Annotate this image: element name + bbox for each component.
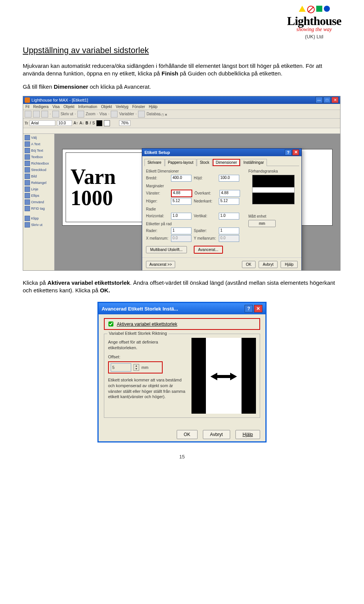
- tool-textbox[interactable]: Textbox: [24, 154, 53, 160]
- offset-input[interactable]: 5: [111, 363, 131, 372]
- adv-hjalp-button[interactable]: Hjälp: [235, 430, 260, 439]
- tb-open-icon[interactable]: [33, 111, 40, 118]
- font-select[interactable]: Arial: [30, 120, 55, 126]
- lbl-overkant: Överkant:: [195, 191, 217, 195]
- adv-help-button[interactable]: ?: [245, 305, 253, 312]
- child-max[interactable]: □: [162, 113, 163, 117]
- tb-skrivut[interactable]: Skriv ut: [61, 112, 73, 116]
- inp-vert[interactable]: 1.0: [219, 213, 239, 220]
- inp-hojd[interactable]: 100.0: [219, 175, 239, 182]
- tool-barcode[interactable]: Streckkod: [24, 167, 53, 173]
- menu-visa[interactable]: Visa: [52, 105, 60, 109]
- lbl-ym: Y mellanrum:: [194, 236, 217, 240]
- tab-dimensioner[interactable]: Dimensioner: [213, 159, 240, 166]
- btn-avancerat[interactable]: Avancerat...: [194, 246, 223, 254]
- adv-avbryt-button[interactable]: Avbryt: [203, 430, 230, 439]
- bold: OK.: [100, 287, 110, 293]
- dialog-close-button[interactable]: ✕: [292, 149, 299, 155]
- strike-icon[interactable]: S: [92, 121, 95, 125]
- tb-var-icon[interactable]: [111, 111, 118, 118]
- tab-papper[interactable]: Pappers-layout: [165, 159, 196, 166]
- tool-rfid[interactable]: RFID tag: [24, 206, 53, 212]
- menu-objekt[interactable]: Objekt: [63, 105, 74, 109]
- maximize-button[interactable]: □: [323, 97, 331, 103]
- inp-rader[interactable]: 1: [171, 227, 191, 234]
- tab-stock[interactable]: Stock: [197, 159, 212, 166]
- tool-rect[interactable]: Rektangel: [24, 180, 53, 186]
- font-shrink-icon[interactable]: A↓: [80, 121, 84, 125]
- bold-icon[interactable]: B: [85, 121, 88, 125]
- menu-fonster[interactable]: Fönster: [132, 105, 145, 109]
- tool-richtext[interactable]: Richtextbox: [24, 160, 53, 166]
- inp-bredd[interactable]: 400.0: [171, 175, 191, 182]
- tool-select[interactable]: Välj: [24, 135, 53, 141]
- activate-checkbox[interactable]: [108, 322, 113, 326]
- tool-label: Streckkod: [31, 168, 46, 172]
- tool-print[interactable]: Skriv ut: [24, 222, 53, 228]
- menu-hjalp[interactable]: Hjälp: [149, 105, 158, 109]
- tb-new-icon[interactable]: [25, 111, 31, 118]
- color-bg[interactable]: [104, 120, 110, 126]
- close-button[interactable]: ✕: [331, 97, 339, 103]
- inp-vanster[interactable]: 4.88: [171, 190, 192, 197]
- inp-horiz[interactable]: 1.0: [171, 213, 191, 220]
- offset-spinner[interactable]: ▲▼: [133, 364, 139, 371]
- tool-invert[interactable]: Omvänd: [24, 199, 53, 205]
- btn-avbryt[interactable]: Avbryt: [259, 261, 278, 268]
- inp-overkant[interactable]: 4.88: [220, 190, 240, 197]
- textbox-icon: [25, 154, 30, 160]
- adv-close-button[interactable]: ✕: [254, 305, 262, 312]
- tb-db[interactable]: Databas: [146, 112, 160, 116]
- tool-arctext[interactable]: Böj Text: [24, 147, 53, 154]
- tool-label: RFID tag: [31, 207, 45, 210]
- checkbox-row[interactable]: Aktivera variabel etikettstorlek: [104, 318, 260, 330]
- spin-down-icon[interactable]: ▼: [134, 367, 139, 370]
- tb-visa[interactable]: Visa: [99, 112, 107, 116]
- menu-redigera[interactable]: Redigera: [33, 105, 49, 109]
- menu-objekt2[interactable]: Objekt: [101, 105, 112, 109]
- adv-preview: [191, 338, 256, 414]
- child-close[interactable]: ✕: [165, 113, 168, 117]
- adv-ok-button[interactable]: OK: [177, 430, 198, 439]
- font-grow-icon[interactable]: A↑: [74, 121, 78, 125]
- inp-hoger[interactable]: 5.12: [171, 198, 191, 205]
- text: och klicka på Avancerat.: [88, 83, 151, 90]
- help-button[interactable]: ?: [285, 149, 292, 155]
- fieldset-legend: Variabel Etikett Storlek Riktning: [107, 331, 168, 336]
- tool-image[interactable]: Bild: [24, 173, 53, 179]
- spin-up-icon[interactable]: ▲: [134, 364, 139, 367]
- btn-ok[interactable]: OK: [242, 261, 256, 268]
- tool-ellipse[interactable]: Ellips: [24, 193, 53, 199]
- inp-neder[interactable]: 5.12: [219, 198, 239, 205]
- tb-var[interactable]: Variabler: [119, 112, 134, 116]
- menu-verktyg[interactable]: Verktyg: [116, 105, 128, 109]
- italic-icon[interactable]: I: [90, 121, 91, 125]
- tb-zoom-icon[interactable]: [77, 111, 84, 118]
- minimize-button[interactable]: —: [315, 97, 323, 103]
- page-title: Uppställning av variabel sidstorlek: [23, 45, 341, 55]
- color-fg[interactable]: [96, 120, 102, 126]
- tb-db-icon[interactable]: [138, 111, 145, 118]
- font-size-input[interactable]: 10.0: [57, 120, 72, 126]
- tool-text[interactable]: A Text: [24, 141, 53, 147]
- zoom-value[interactable]: 76%: [119, 120, 130, 126]
- menu-fil[interactable]: Fil: [25, 105, 30, 109]
- btn-expand-advanced[interactable]: Avancerat >>: [146, 261, 175, 268]
- unit-mm[interactable]: mm: [248, 220, 276, 227]
- canvas[interactable]: Varn 1000 Etikett Setup ? ✕ Skrivare Pap…: [55, 134, 340, 270]
- tb-save-icon[interactable]: [41, 111, 48, 118]
- tool-cut[interactable]: Klipp: [24, 215, 53, 221]
- text: Gå till fliken: [23, 83, 54, 90]
- inp-spalter[interactable]: 1: [219, 227, 239, 234]
- preview-box: [252, 175, 295, 204]
- tab-installningar[interactable]: Inställningar: [240, 159, 267, 166]
- tb-zoom[interactable]: Zoom: [86, 112, 96, 116]
- tool-line[interactable]: Linje: [24, 186, 53, 192]
- menu-information[interactable]: Information: [78, 105, 97, 109]
- child-min[interactable]: –: [159, 113, 161, 117]
- btn-hjalp[interactable]: Hjälp: [281, 261, 298, 268]
- tb-print-icon[interactable]: [52, 111, 59, 118]
- barcode-icon: [25, 167, 30, 173]
- btn-multiband[interactable]: Multiband Utskrift...: [146, 246, 187, 253]
- tab-skrivare[interactable]: Skrivare: [144, 159, 165, 166]
